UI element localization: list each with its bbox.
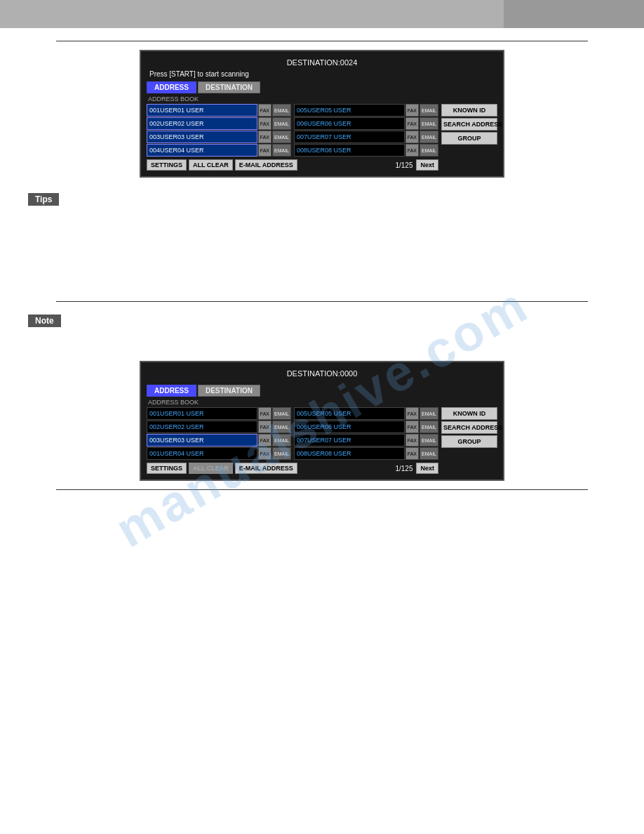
screen1-email-006[interactable]: EMAIL (420, 117, 438, 130)
screen1-tab-destination[interactable]: DESTINATION (198, 81, 260, 93)
screen1-inner: 001USER01 USER FAX EMAIL 002USER02 USER … (147, 104, 497, 171)
screen2-email-006[interactable]: EMAIL (420, 421, 438, 433)
screen2-tabs: ADDRESS DESTINATION (147, 385, 497, 397)
tips-label: Tips (28, 193, 59, 206)
table-row: 001USER01 USER FAX EMAIL (147, 407, 291, 420)
screen2-settings-button[interactable]: SETTINGS (147, 463, 187, 474)
screen2-fax-002: FAX (258, 421, 271, 433)
screen2-fax-007: FAX (405, 434, 419, 446)
screen2-next-button[interactable]: Next (416, 463, 438, 474)
screen2-allclear-button: ALL CLEAR (189, 463, 233, 474)
screen1-bottom-bar: SETTINGS ALL CLEAR E-MAIL ADDRESS 1/125 … (147, 159, 438, 171)
screen1-email-002[interactable]: EMAIL (272, 117, 291, 130)
screen2-search-address-button[interactable]: SEARCH ADDRESS (441, 421, 497, 434)
table-row: 006USER06 USER FAX EMAIL (294, 421, 438, 433)
screen2-addr-book-label: ADDRESS BOOK (147, 399, 497, 406)
screen1-email-001[interactable]: EMAIL (272, 104, 291, 117)
screen2-title: DESTINATION:0000 (147, 368, 497, 379)
screen1-email-005[interactable]: EMAIL (420, 104, 438, 117)
screen1-fax-006: FAX (405, 117, 419, 130)
screen1-page-indicator: 1/125 (395, 161, 412, 169)
screen1-right-col: 005USER05 USER FAX EMAIL 006USER06 USER … (294, 104, 438, 157)
note-text (28, 331, 616, 352)
mid-divider (56, 301, 588, 302)
table-row: 007USER07 USER FAX EMAIL (294, 131, 438, 143)
screen2-fax-004: FAX (258, 447, 271, 460)
page-content: DESTINATION:0024 Press [START] to start … (0, 28, 644, 503)
screen2-bottom-bar: SETTINGS ALL CLEAR E-MAIL ADDRESS 1/125 … (147, 463, 438, 474)
screen2-page-indicator: 1/125 (395, 465, 412, 472)
screen2-main: 001USER01 USER FAX EMAIL 002USER02 USER … (147, 407, 438, 474)
screen2-tab-address[interactable]: ADDRESS (147, 385, 196, 397)
screen2-entry-001[interactable]: 001USER01 USER (147, 407, 257, 420)
table-row: 001USER04 USER FAX EMAIL (147, 447, 291, 460)
screen1-known-id-button[interactable]: KNOWN ID (441, 104, 497, 117)
screen1-email-004[interactable]: EMAIL (272, 144, 291, 157)
screen2-email-002[interactable]: EMAIL (272, 421, 291, 433)
table-row: 006USER06 USER FAX EMAIL (294, 117, 438, 130)
table-row: 002USER02 USER FAX EMAIL (147, 421, 291, 433)
table-row: 005USER05 USER FAX EMAIL (294, 407, 438, 420)
screen1-left-col: 001USER01 USER FAX EMAIL 002USER02 USER … (147, 104, 291, 157)
screen1-tab-address[interactable]: ADDRESS (147, 81, 196, 93)
screen2-group-button[interactable]: GROUP (441, 435, 497, 448)
screen1-entry-002[interactable]: 002USER02 USER (147, 117, 257, 130)
screen1-email-003[interactable]: EMAIL (272, 131, 291, 143)
screen2-entry-005[interactable]: 005USER05 USER (294, 407, 405, 420)
screen1-next-button[interactable]: Next (416, 159, 438, 171)
screen1-entry-007[interactable]: 007USER07 USER (294, 131, 405, 143)
screen2-right-col: 005USER05 USER FAX EMAIL 006USER06 USER … (294, 407, 438, 460)
table-row: 003USER03 USER FAX EMAIL (147, 131, 291, 143)
screen2-known-id-button[interactable]: KNOWN ID (441, 407, 497, 420)
table-row: 007USER07 USER FAX EMAIL (294, 434, 438, 446)
screen1-status: Press [START] to start scanning (147, 70, 497, 79)
tips-text (28, 210, 616, 294)
screen2-entry-008[interactable]: 008USER08 USER (294, 447, 405, 460)
screen2-right-buttons: KNOWN ID SEARCH ADDRESS GROUP (441, 407, 497, 448)
screen2-entry-003[interactable]: 003USER03 USER (147, 434, 257, 446)
table-row: 008USER08 USER FAX EMAIL (294, 447, 438, 460)
screen2-email-003[interactable]: EMAIL (272, 434, 291, 446)
screen1-entry-004[interactable]: 004USER04 USER (147, 144, 257, 157)
screen1-fax-003: FAX (258, 131, 271, 143)
screen1-entry-006[interactable]: 006USER06 USER (294, 117, 405, 130)
top-bar (0, 0, 644, 28)
screen1-search-address-button[interactable]: SEARCH ADDRESS (441, 118, 497, 131)
screen2-tab-destination[interactable]: DESTINATION (198, 385, 260, 397)
screen1-entry-001[interactable]: 001USER01 USER (147, 104, 257, 117)
screen2-email-005[interactable]: EMAIL (420, 407, 438, 420)
screen1-email-008[interactable]: EMAIL (420, 144, 438, 157)
screen2-container: DESTINATION:0000 ADDRESS DESTINATION ADD… (140, 361, 504, 481)
screen1-fax-008: FAX (405, 144, 419, 157)
screen1-right-buttons: KNOWN ID SEARCH ADDRESS GROUP (441, 104, 497, 145)
screen2-entry-007[interactable]: 007USER07 USER (294, 434, 405, 446)
table-row: 003USER03 USER FAX EMAIL (147, 434, 291, 446)
bottom-divider (56, 489, 588, 490)
screen1-entry-005[interactable]: 005USER05 USER (294, 104, 405, 117)
screen1-title: DESTINATION:0024 (147, 57, 497, 68)
screen1-email-007[interactable]: EMAIL (420, 131, 438, 143)
screen1-settings-button[interactable]: SETTINGS (147, 159, 187, 171)
screen2-entry-006[interactable]: 006USER06 USER (294, 421, 405, 433)
screen2-email-001[interactable]: EMAIL (272, 407, 291, 420)
table-row: 005USER05 USER FAX EMAIL (294, 104, 438, 117)
screen2-entry-002[interactable]: 002USER02 USER (147, 421, 257, 433)
screen1-allclear-button[interactable]: ALL CLEAR (189, 159, 233, 171)
note-badge: Note (28, 307, 616, 331)
screen1-group-button[interactable]: GROUP (441, 132, 497, 145)
screen2-fax-006: FAX (405, 421, 419, 433)
screen1-emailaddr-button[interactable]: E-MAIL ADDRESS (235, 159, 297, 171)
top-bar-accent (504, 0, 644, 28)
screen2-email-008[interactable]: EMAIL (420, 447, 438, 460)
screen2-email-004[interactable]: EMAIL (272, 447, 291, 460)
screen1-entry-008[interactable]: 008USER08 USER (294, 144, 405, 157)
table-row: 001USER01 USER FAX EMAIL (147, 104, 291, 117)
screen2-emailaddr-button[interactable]: E-MAIL ADDRESS (235, 463, 297, 474)
screen1-container: DESTINATION:0024 Press [START] to start … (140, 50, 504, 178)
screen2-email-007[interactable]: EMAIL (420, 434, 438, 446)
screen1-fax-001: FAX (258, 104, 271, 117)
screen1-fax-004: FAX (258, 144, 271, 157)
screen2-fax-005: FAX (405, 407, 419, 420)
screen2-entry-004[interactable]: 001USER04 USER (147, 447, 257, 460)
screen1-entry-003[interactable]: 003USER03 USER (147, 131, 257, 143)
